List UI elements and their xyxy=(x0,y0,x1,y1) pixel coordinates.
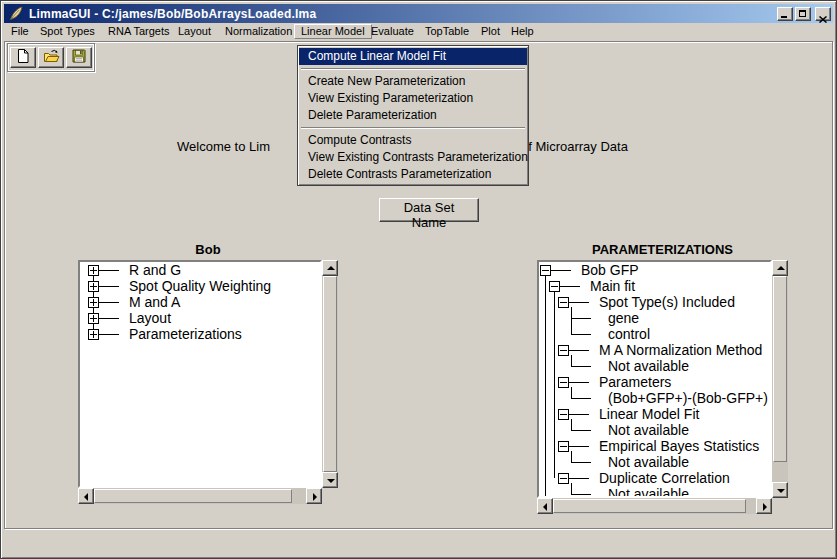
tree-connector-line xyxy=(98,318,119,319)
tree-item-label[interactable]: Not available xyxy=(608,422,689,438)
tree-item-label[interactable]: gene xyxy=(608,310,639,326)
tree-collapse-box[interactable] xyxy=(540,265,551,276)
tree-expand-box[interactable] xyxy=(88,281,99,292)
scroll-thumb[interactable] xyxy=(553,499,746,513)
menu-file[interactable]: File xyxy=(5,24,35,39)
menu-item-view-existing-contrasts-parameterization[interactable]: View Existing Contrasts Parameterization xyxy=(299,149,527,166)
tree-collapse-box[interactable] xyxy=(558,473,569,484)
scroll-track[interactable] xyxy=(553,498,756,514)
tree-item-label[interactable]: Not available xyxy=(608,486,689,498)
tree-collapse-box[interactable] xyxy=(558,297,569,308)
tree-collapse-box[interactable] xyxy=(558,441,569,452)
tree-connector-line xyxy=(571,451,572,462)
tree-expand-box[interactable] xyxy=(88,313,99,324)
menu-item-compute-contrasts[interactable]: Compute Contrasts xyxy=(299,132,527,149)
tree-item-label[interactable]: Not available xyxy=(608,358,689,374)
menu-rna-targets[interactable]: RNA Targets xyxy=(102,24,176,39)
tree-connector-line xyxy=(571,355,572,366)
tree-connector-line xyxy=(571,398,591,399)
tree-connector-line xyxy=(98,302,119,303)
tree-connector-line xyxy=(571,494,591,495)
tree-item-label[interactable]: Bob GFP xyxy=(581,262,639,278)
scroll-track[interactable] xyxy=(94,488,306,504)
scroll-up-button[interactable] xyxy=(322,260,338,276)
menu-separator xyxy=(301,68,525,70)
maximize-button[interactable] xyxy=(795,7,811,21)
menu-help[interactable]: Help xyxy=(505,24,540,39)
tree-connector-line xyxy=(571,483,572,494)
menu-normalization[interactable]: Normalization xyxy=(219,24,298,39)
tree-item-label[interactable]: Duplicate Correlation xyxy=(599,470,730,486)
tree-connector-line xyxy=(571,387,572,398)
left-arrow-icon xyxy=(543,503,547,511)
tree-item-label[interactable]: Layout xyxy=(129,310,171,326)
tree-item-label[interactable]: (Bob+GFP+)-(Bob-GFP+) xyxy=(608,390,768,406)
menu-evaluate[interactable]: Evaluate xyxy=(365,24,420,39)
tree-connector-line xyxy=(550,270,571,271)
tree-collapse-box[interactable] xyxy=(558,377,569,388)
scroll-down-button[interactable] xyxy=(322,472,338,488)
menu-layout[interactable]: Layout xyxy=(172,24,217,39)
tree-collapse-box[interactable] xyxy=(549,281,560,292)
tree-collapse-box[interactable] xyxy=(558,345,569,356)
menu-plot[interactable]: Plot xyxy=(475,24,506,39)
tree-item-label[interactable]: Linear Model Fit xyxy=(599,406,699,422)
window-title: LimmaGUI - C:/james/Bob/BobArraysLoaded.… xyxy=(29,7,775,21)
scroll-thumb[interactable] xyxy=(323,276,337,472)
toolbar xyxy=(7,43,95,72)
scroll-left-button[interactable] xyxy=(537,498,553,514)
tree-item-label[interactable]: M A Normalization Method xyxy=(599,342,762,358)
tree-expand-box[interactable] xyxy=(88,265,99,276)
menu-item-delete-parameterization[interactable]: Delete Parameterization xyxy=(299,107,527,124)
parameterizations-tree[interactable]: Bob GFPMain fitSpot Type(s) Includedgene… xyxy=(537,260,772,498)
minimize-button[interactable] xyxy=(777,7,793,21)
tree-item-label[interactable]: Not available xyxy=(608,454,689,470)
menu-spot-types[interactable]: Spot Types xyxy=(34,24,101,39)
tree-expand-box[interactable] xyxy=(88,329,99,340)
open-file-button[interactable] xyxy=(38,47,64,68)
tree-collapse-box[interactable] xyxy=(558,409,569,420)
scroll-left-button[interactable] xyxy=(78,488,94,504)
scroll-right-button[interactable] xyxy=(306,488,322,504)
tree-item-label[interactable]: Parameters xyxy=(599,374,671,390)
scroll-up-button[interactable] xyxy=(772,260,788,276)
menu-toptable[interactable]: TopTable xyxy=(419,24,475,39)
data-set-name-button[interactable]: Data Set Name xyxy=(379,198,479,222)
tree-item-label[interactable]: Spot Quality Weighting xyxy=(129,278,271,294)
tree-connector-line xyxy=(571,419,572,430)
dataset-tree-hscrollbar[interactable] xyxy=(78,488,322,504)
parameterizations-tree-hscrollbar[interactable] xyxy=(537,498,772,514)
tree-item-label[interactable]: Parameterizations xyxy=(129,326,242,342)
dataset-tree-vscrollbar[interactable] xyxy=(322,260,338,488)
new-file-button[interactable] xyxy=(10,47,36,68)
left-arrow-icon xyxy=(84,493,88,501)
menu-separator xyxy=(301,127,525,129)
maximize-icon xyxy=(799,10,806,17)
tree-item-label[interactable]: M and A xyxy=(129,294,180,310)
scroll-thumb[interactable] xyxy=(773,276,787,462)
menu-linear-model[interactable]: Linear Model xyxy=(294,24,372,39)
scroll-right-button[interactable] xyxy=(756,498,772,514)
scroll-down-button[interactable] xyxy=(772,482,788,498)
dataset-tree[interactable]: R and GSpot Quality WeightingM and ALayo… xyxy=(78,260,322,488)
scroll-track[interactable] xyxy=(772,276,788,482)
parameterizations-tree-vscrollbar[interactable] xyxy=(772,260,788,498)
tree-item-label[interactable]: R and G xyxy=(129,262,181,278)
tree-connector-line xyxy=(568,478,589,479)
app-icon-feather xyxy=(8,6,24,21)
tree-item-label[interactable]: Main fit xyxy=(590,278,635,294)
menu-item-compute-linear-model-fit[interactable]: Compute Linear Model Fit xyxy=(299,48,527,65)
right-arrow-icon xyxy=(313,493,317,501)
menu-item-view-existing-parameterization[interactable]: View Existing Parameterization xyxy=(299,90,527,107)
close-button[interactable] xyxy=(815,7,831,21)
tree-item-label[interactable]: control xyxy=(608,326,650,342)
tree-item-label[interactable]: Empirical Bayes Statistics xyxy=(599,438,759,454)
scroll-thumb[interactable] xyxy=(94,489,292,503)
tree-expand-box[interactable] xyxy=(88,297,99,308)
tree-item-label[interactable]: Spot Type(s) Included xyxy=(599,294,735,310)
save-file-button[interactable] xyxy=(66,47,92,68)
tree-connector-line xyxy=(571,318,591,319)
menu-item-delete-contrasts-parameterization[interactable]: Delete Contrasts Parameterization xyxy=(299,166,527,183)
menu-item-create-new-parameterization[interactable]: Create New Parameterization xyxy=(299,73,527,90)
scroll-track[interactable] xyxy=(322,276,338,472)
